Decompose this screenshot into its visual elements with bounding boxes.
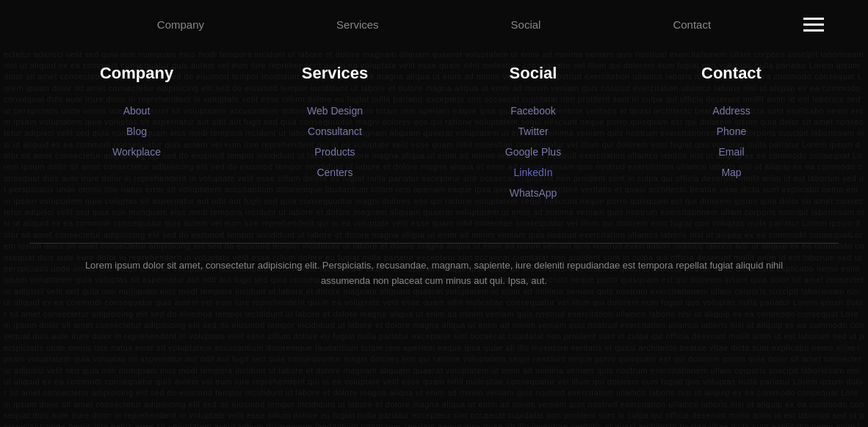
social-links: Facebook Twitter Google Plus LinkedIn Wh… xyxy=(505,105,561,199)
link-linkedin[interactable]: LinkedIn xyxy=(514,167,553,178)
link-email[interactable]: Email xyxy=(718,146,744,158)
nav-link-contact[interactable]: Contact xyxy=(673,18,711,31)
link-whatsapp[interactable]: WhatsApp xyxy=(510,187,557,199)
services-column: Services Web Design Consultanct Products… xyxy=(243,64,427,199)
footer-text: Lorem ipsum dolor sit amet, consectetur … xyxy=(30,244,838,304)
company-title: Company xyxy=(100,64,173,83)
nav-link-social[interactable]: Social xyxy=(511,18,541,31)
contact-title: Contact xyxy=(701,64,762,83)
link-web-design[interactable]: Web Design xyxy=(307,105,363,117)
top-navigation: Company Services Social Contact xyxy=(0,0,868,49)
link-centers[interactable]: Centers xyxy=(317,167,352,178)
link-products[interactable]: Products xyxy=(314,146,355,158)
social-column: Social Facebook Twitter Google Plus Link… xyxy=(441,64,625,199)
main-content: Company About Blog Workplace Services We… xyxy=(0,49,868,228)
link-map[interactable]: Map xyxy=(721,167,741,178)
columns-grid: Company About Blog Workplace Services We… xyxy=(45,64,823,199)
nav-link-services[interactable]: Services xyxy=(336,18,379,31)
link-about[interactable]: About xyxy=(123,105,151,117)
hamburger-line-1 xyxy=(803,18,824,20)
hamburger-menu[interactable] xyxy=(803,18,824,32)
contact-column: Contact Address Phone Email Map xyxy=(640,64,823,199)
link-phone[interactable]: Phone xyxy=(717,125,746,137)
link-address[interactable]: Address xyxy=(712,105,750,117)
hamburger-line-2 xyxy=(803,23,824,26)
nav-link-company[interactable]: Company xyxy=(157,18,204,31)
link-workplace[interactable]: Workplace xyxy=(112,146,161,158)
hamburger-line-3 xyxy=(803,29,824,32)
services-title: Services xyxy=(302,64,369,83)
link-blog[interactable]: Blog xyxy=(126,125,147,137)
social-title: Social xyxy=(510,64,557,83)
company-links: About Blog Workplace xyxy=(112,105,161,158)
company-column: Company About Blog Workplace xyxy=(45,64,228,199)
services-links: Web Design Consultanct Products Centers xyxy=(307,105,363,178)
contact-links: Address Phone Email Map xyxy=(712,105,750,178)
link-google-plus[interactable]: Google Plus xyxy=(505,146,561,158)
nav-links-container: Company Services Social Contact xyxy=(157,18,711,31)
link-twitter[interactable]: Twitter xyxy=(518,125,548,137)
link-facebook[interactable]: Facebook xyxy=(510,105,555,117)
link-consultanct[interactable]: Consultanct xyxy=(308,125,362,137)
